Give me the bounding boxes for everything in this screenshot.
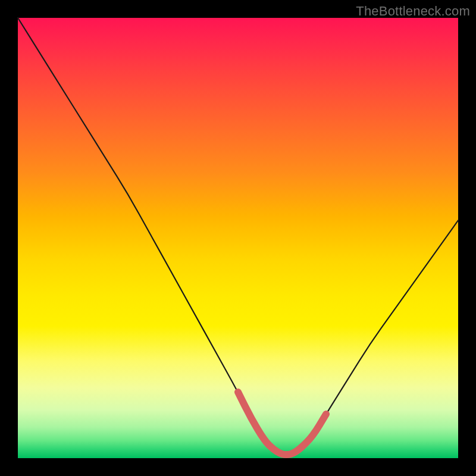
near-zero-highlight-line (238, 392, 326, 455)
watermark-text: TheBottleneck.com (356, 4, 470, 19)
curve-svg (18, 18, 458, 458)
chart-frame: TheBottleneck.com (0, 0, 476, 476)
plot-area (18, 18, 458, 458)
